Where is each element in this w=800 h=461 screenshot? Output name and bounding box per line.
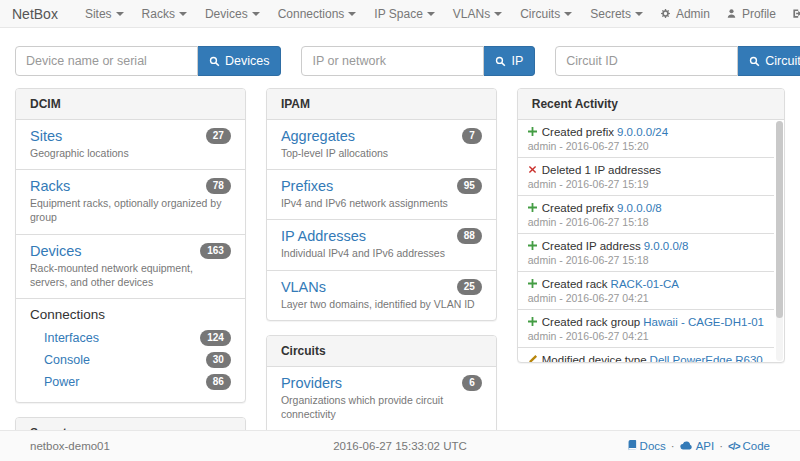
dcim-item-sites: Sites 27 Geographic locations (16, 120, 245, 169)
api-link[interactable]: API (680, 440, 715, 452)
devices-link[interactable]: Devices (30, 243, 82, 259)
activity-link[interactable]: Dell PowerEdge R630 (650, 354, 763, 362)
circuits-item-providers: Providers 6 Organizations which provide … (267, 367, 496, 430)
prefixes-description: IPv4 and IPv6 network assignments (281, 196, 482, 210)
racks-link[interactable]: Racks (30, 178, 70, 194)
connections-row-power: Power 86 (30, 371, 231, 393)
plus-icon (528, 315, 542, 329)
connections-row-console: Console 30 (30, 349, 231, 371)
caret-down-icon (179, 12, 187, 16)
navbar: NetBox Sites Racks Devices Connections I… (0, 0, 800, 28)
nav-menu-racks[interactable]: Racks (133, 0, 196, 27)
ipam-panel-title: IPAM (267, 89, 496, 120)
column-activity: Recent Activity Created prefix9.0.0.0/24… (517, 88, 785, 377)
nav-menu-vlans[interactable]: VLANs (444, 0, 511, 27)
admin-link[interactable]: Admin (652, 0, 718, 27)
search-icon (749, 56, 760, 67)
plus-icon (528, 125, 542, 139)
activity-link[interactable]: 9.0.0.0/24 (617, 126, 668, 138)
footer-hostname: netbox-demo01 (30, 440, 277, 452)
devices-description: Rack-mounted network equipment, servers,… (30, 261, 231, 289)
activity-meta: admin - 2016-06-27 04:21 (528, 330, 764, 342)
vlans-link[interactable]: VLANs (281, 279, 326, 295)
activity-link[interactable]: 9.0.0.0/8 (617, 202, 662, 214)
activity-link[interactable]: 9.0.0.0/8 (644, 240, 689, 252)
ipam-item-prefixes: Prefixes 95 IPv4 and IPv6 network assign… (267, 169, 496, 219)
activity-item: Created rackRACK-01-CA admin - 2016-06-2… (518, 271, 774, 309)
panel-ipam: IPAM Aggregates 7 Top-level IP allocatio… (266, 88, 497, 321)
caret-down-icon (564, 12, 572, 16)
activity-item: Created prefix9.0.0.0/24 admin - 2016-06… (518, 120, 774, 157)
circuit-search-input[interactable] (555, 46, 738, 76)
nav-menu-label: Circuits (520, 7, 560, 21)
ip-search-input[interactable] (301, 46, 484, 76)
search-row: Devices IP Circuits (0, 28, 800, 88)
console-count-badge: 30 (206, 352, 231, 368)
search-icon (209, 56, 220, 67)
activity-scroll-area[interactable]: Created prefix9.0.0.0/24 admin - 2016-06… (518, 120, 784, 362)
aggregates-count-badge: 7 (462, 128, 482, 144)
activity-meta: admin - 2016-06-27 15:20 (528, 140, 764, 152)
logout-link[interactable]: Log out (784, 0, 800, 27)
dcim-item-connections: Connections Interfaces 124 Console 30 Po… (16, 298, 245, 402)
plus-icon (528, 277, 542, 291)
x-icon (528, 163, 542, 177)
vlans-count-badge: 25 (457, 279, 482, 295)
sites-link[interactable]: Sites (30, 128, 62, 144)
ip-addresses-link[interactable]: IP Addresses (281, 228, 366, 244)
docs-link[interactable]: Docs (627, 440, 666, 453)
activity-text: Created prefix (542, 126, 614, 138)
footer-separator: · (719, 440, 723, 452)
ip-search-button[interactable]: IP (484, 46, 535, 76)
scrollbar-thumb[interactable] (776, 121, 783, 318)
nav-menu-connections[interactable]: Connections (269, 0, 366, 27)
nav-menu-label: Connections (278, 7, 345, 21)
connections-title: Connections (30, 307, 231, 322)
caret-down-icon (116, 12, 124, 16)
ip-search-button-label: IP (511, 54, 523, 68)
profile-link[interactable]: Profile (718, 0, 784, 27)
providers-link[interactable]: Providers (281, 375, 342, 391)
prefixes-count-badge: 95 (457, 178, 482, 194)
console-link[interactable]: Console (44, 353, 90, 367)
activity-item: Deleted 1 IP addresses admin - 2016-06-2… (518, 157, 774, 195)
aggregates-link[interactable]: Aggregates (281, 128, 355, 144)
nav-menu-secrets[interactable]: Secrets (581, 0, 652, 27)
cloud-icon (680, 440, 693, 452)
device-search-input[interactable] (15, 46, 198, 76)
activity-meta: admin - 2016-06-27 15:18 (528, 254, 764, 266)
ipam-item-ip-addresses: IP Addresses 88 Individual IPv4 and IPv6… (267, 219, 496, 269)
activity-text: Created prefix (542, 202, 614, 214)
interfaces-link[interactable]: Interfaces (44, 331, 99, 345)
panel-recent-activity: Recent Activity Created prefix9.0.0.0/24… (517, 88, 785, 363)
caret-down-icon (427, 12, 435, 16)
netbox-logo[interactable]: NetBox (8, 0, 68, 27)
connections-row-interfaces: Interfaces 124 (30, 327, 231, 349)
circuits-panel-title: Circuits (267, 336, 496, 367)
device-search-button[interactable]: Devices (198, 46, 281, 76)
api-label: API (696, 440, 715, 452)
sites-description: Geographic locations (30, 146, 231, 160)
nav-menu-sites[interactable]: Sites (76, 0, 133, 27)
activity-link[interactable]: RACK-01-CA (611, 278, 679, 290)
ip-addresses-count-badge: 88 (457, 228, 482, 244)
nav-menu-circuits[interactable]: Circuits (511, 0, 581, 27)
gear-icon (660, 8, 671, 19)
activity-link[interactable]: Hawaii - CAGE-DH1-01 (643, 316, 764, 328)
code-link[interactable]: </> Code (728, 440, 770, 452)
caret-down-icon (494, 12, 502, 16)
providers-count-badge: 6 (462, 375, 482, 391)
prefixes-link[interactable]: Prefixes (281, 178, 333, 194)
ipam-item-aggregates: Aggregates 7 Top-level IP allocations (267, 120, 496, 169)
nav-menu-ip-space[interactable]: IP Space (365, 0, 443, 27)
activity-item: Created rack groupHawaii - CAGE-DH1-01 a… (518, 309, 774, 347)
power-link[interactable]: Power (44, 375, 79, 389)
device-search-button-label: Devices (225, 54, 269, 68)
device-search-group: Devices (15, 46, 281, 76)
nav-menu-label: Racks (142, 7, 175, 21)
profile-label: Profile (742, 7, 776, 21)
interfaces-count-badge: 124 (200, 330, 231, 346)
activity-text: Created rack (542, 278, 608, 290)
circuit-search-button[interactable]: Circuits (738, 46, 800, 76)
nav-menu-devices[interactable]: Devices (196, 0, 269, 27)
